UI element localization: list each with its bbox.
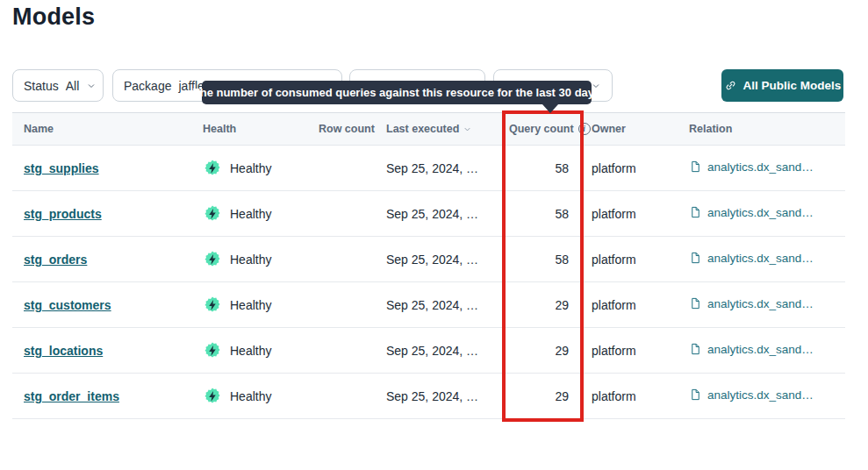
relation-value: analytics.dx_sand… [707, 206, 814, 219]
query-count-tooltip: The number of consumed queries against t… [202, 81, 592, 104]
health-status-label: Healthy [230, 161, 271, 175]
column-header-name: Name [12, 123, 203, 135]
model-name-link[interactable]: stg_customers [24, 298, 111, 312]
relation-value: analytics.dx_sand… [707, 343, 814, 356]
query-count-value: 29 [509, 298, 592, 312]
health-status-label: Healthy [230, 389, 271, 403]
table-row: stg_supplies Healthy Sep 25, 2024, … 58 … [12, 146, 845, 191]
table-row: stg_locations Healthy Sep 25, 2024, … 29… [12, 328, 845, 374]
health-badge-icon [203, 387, 222, 406]
page-title: Models [12, 4, 95, 31]
models-table: Name Health Row count Last executed Quer… [12, 112, 845, 419]
health-status-label: Healthy [230, 207, 271, 221]
document-icon [689, 388, 702, 402]
owner-value: platform [592, 344, 689, 358]
query-count-value: 29 [509, 344, 592, 358]
model-name-link[interactable]: stg_order_items [24, 389, 119, 403]
status-filter-label: Status [24, 79, 59, 93]
column-header-row-count: Row count [319, 123, 386, 135]
last-executed-value: Sep 25, 2024, … [386, 161, 509, 175]
column-header-last-executed[interactable]: Last executed [386, 123, 509, 135]
query-count-value: 58 [509, 207, 592, 221]
owner-value: platform [592, 253, 689, 267]
relation-value: analytics.dx_sand… [707, 297, 814, 310]
relation-link[interactable]: analytics.dx_sand… [689, 342, 814, 356]
table-row: stg_order_items Healthy Sep 25, 2024, … … [12, 374, 845, 419]
table-row: stg_products Healthy Sep 25, 2024, … 58 … [12, 191, 845, 237]
column-header-owner: Owner [592, 123, 689, 135]
health-badge-icon [203, 204, 222, 224]
model-name-link[interactable]: stg_orders [24, 253, 87, 267]
model-name-link[interactable]: stg_locations [24, 344, 103, 358]
document-icon [689, 342, 702, 356]
owner-value: platform [592, 161, 689, 175]
relation-link[interactable]: analytics.dx_sand… [689, 205, 814, 219]
info-icon[interactable]: i [578, 123, 591, 135]
table-body: stg_supplies Healthy Sep 25, 2024, … 58 … [12, 146, 845, 419]
relation-link[interactable]: analytics.dx_sand… [689, 160, 814, 174]
owner-value: platform [592, 298, 689, 312]
last-executed-value: Sep 25, 2024, … [386, 389, 509, 403]
package-filter-label: Package [124, 79, 171, 93]
last-executed-value: Sep 25, 2024, … [386, 253, 509, 267]
owner-value: platform [592, 389, 689, 403]
health-badge-icon [203, 250, 222, 269]
query-count-header-label: Query count [509, 123, 574, 135]
health-status-label: Healthy [230, 344, 271, 358]
table-row: stg_orders Healthy Sep 25, 2024, … 58 pl… [12, 237, 845, 282]
health-status-label: Healthy [230, 253, 271, 267]
model-name-link[interactable]: stg_supplies [24, 161, 99, 175]
sort-chevron-icon [463, 125, 472, 134]
health-badge-icon [203, 159, 222, 178]
relation-value: analytics.dx_sand… [707, 160, 814, 174]
document-icon [689, 251, 702, 265]
owner-value: platform [592, 207, 689, 221]
relation-link[interactable]: analytics.dx_sand… [689, 296, 814, 310]
models-page: Models Status All Package jaffle_ All Pu… [0, 0, 868, 470]
column-header-health: Health [203, 123, 319, 135]
column-header-relation: Relation [689, 123, 845, 135]
query-count-value: 58 [509, 161, 592, 175]
table-row: stg_customers Healthy Sep 25, 2024, … 29… [12, 282, 845, 328]
last-executed-value: Sep 25, 2024, … [386, 207, 509, 221]
all-public-models-button[interactable]: All Public Models [721, 69, 843, 102]
last-executed-value: Sep 25, 2024, … [386, 344, 509, 358]
relation-value: analytics.dx_sand… [707, 252, 814, 265]
document-icon [689, 296, 702, 310]
relation-link[interactable]: analytics.dx_sand… [689, 251, 814, 265]
model-name-link[interactable]: stg_products [24, 207, 102, 221]
status-filter-dropdown[interactable]: Status All [12, 69, 104, 102]
query-count-value: 29 [509, 389, 592, 403]
document-icon [689, 160, 702, 174]
health-badge-icon [203, 296, 222, 315]
health-badge-icon [203, 341, 222, 360]
document-icon [689, 205, 702, 219]
tooltip-text: The number of consumed queries against t… [193, 86, 601, 99]
last-executed-value: Sep 25, 2024, … [386, 298, 509, 312]
link-icon [724, 79, 737, 92]
all-public-models-label: All Public Models [743, 79, 842, 92]
relation-link[interactable]: analytics.dx_sand… [689, 388, 814, 402]
chevron-down-icon [86, 81, 97, 91]
relation-value: analytics.dx_sand… [707, 388, 814, 402]
status-filter-value: All [66, 79, 80, 93]
column-header-query-count: Query count i [509, 123, 592, 135]
health-status-label: Healthy [230, 298, 271, 312]
table-header-row: Name Health Row count Last executed Quer… [12, 112, 845, 146]
last-executed-header-label: Last executed [386, 123, 459, 135]
query-count-value: 58 [509, 253, 592, 267]
